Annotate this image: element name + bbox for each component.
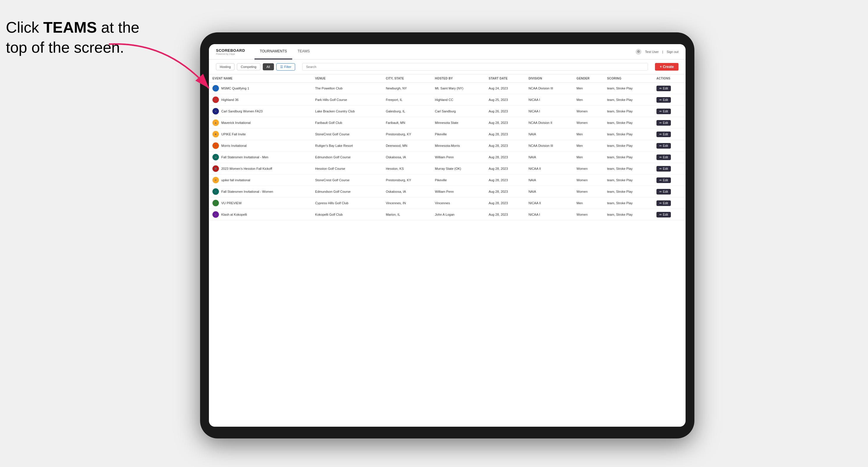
city-state-cell: Newburgh, NY (382, 83, 431, 94)
event-name: UPIKE Fall Invite (221, 132, 246, 136)
edit-icon: ✏ (659, 156, 662, 159)
team-logo: ★ (212, 85, 219, 92)
edit-button[interactable]: ✏ Edit (656, 212, 671, 217)
hosting-button[interactable]: Hosting (216, 63, 235, 70)
division-cell: NICAA II (525, 197, 573, 209)
edit-button[interactable]: ✏ Edit (656, 189, 671, 194)
start-date-cell: Aug 28, 2023 (485, 175, 525, 186)
scoring-cell: team, Stroke Play (603, 152, 653, 163)
venue-cell: StoneCrest Golf Course (312, 129, 382, 140)
edit-button[interactable]: ✏ Edit (656, 155, 671, 160)
city-state-cell: Prestonsburg, KY (382, 175, 431, 186)
event-name: Highland 36 (221, 98, 239, 101)
sign-out-link[interactable]: Sign out (667, 50, 679, 54)
edit-button[interactable]: ✏ Edit (656, 143, 671, 149)
action-cell: ✏ Edit (653, 94, 686, 106)
division-cell: NCAA Division III (525, 140, 573, 152)
edit-icon: ✏ (659, 201, 662, 205)
tablet-frame: SCOREBOARD Powered by Clippi TOURNAMENTS… (200, 32, 694, 438)
team-logo: ■ (212, 131, 219, 137)
edit-button[interactable]: ✏ Edit (656, 166, 671, 172)
venue-cell: Faribault Golf Club (312, 117, 382, 129)
event-name-cell: ■ UPIKE Fall Invite (209, 129, 312, 140)
scoring-cell: team, Stroke Play (603, 197, 653, 209)
event-name: Morris Invitational (221, 144, 247, 148)
edit-button[interactable]: ✏ Edit (656, 131, 671, 137)
city-state-cell: Marion, IL (382, 209, 431, 220)
action-cell: ✏ Edit (653, 117, 686, 129)
edit-icon: ✏ (659, 167, 662, 170)
scoring-cell: team, Stroke Play (603, 106, 653, 117)
nav-teams[interactable]: TEAMS (292, 44, 315, 59)
nav-tournaments[interactable]: TOURNAMENTS (254, 44, 292, 59)
event-name: Fall Statesmen Invitational - Women (221, 190, 273, 193)
edit-button[interactable]: ✏ Edit (656, 86, 671, 91)
edit-button[interactable]: ✏ Edit (656, 200, 671, 206)
edit-button[interactable]: ✏ Edit (656, 178, 671, 183)
table-row: ⊕ upike fall invitational StoneCrest Gol… (209, 175, 686, 186)
event-name-cell: ♦ Highland 36 (209, 94, 312, 106)
gender-cell: Women (573, 163, 603, 175)
hosted-by-cell: Highland CC (431, 94, 485, 106)
edit-button[interactable]: ✏ Edit (656, 97, 671, 103)
event-name-cell: ⬟ 2023 Women's Hesston Fall Kickoff (209, 163, 312, 175)
venue-cell: Kokopelli Golf Club (312, 209, 382, 220)
start-date-cell: Aug 26, 2023 (485, 106, 525, 117)
city-state-cell: Deerwood, MN (382, 140, 431, 152)
edit-icon: ✏ (659, 98, 662, 101)
hosted-by-cell: Minnesota State (431, 117, 485, 129)
venue-cell: Ruttger's Bay Lake Resort (312, 140, 382, 152)
event-name-cell: ◆ Fall Statesmen Invitational - Men (209, 152, 312, 163)
gender-cell: Men (573, 94, 603, 106)
division-cell: NICAA I (525, 209, 573, 220)
edit-icon: ✏ (659, 133, 662, 136)
table-row: ♦ Highland 36 Park Hills Golf CourseFree… (209, 94, 686, 106)
edit-button[interactable]: ✏ Edit (656, 108, 671, 114)
city-state-cell: Freeport, IL (382, 94, 431, 106)
team-logo: ⊕ (212, 177, 219, 183)
action-cell: ✏ Edit (653, 209, 686, 220)
search-input[interactable] (302, 63, 648, 71)
edit-label: Edit (663, 87, 668, 90)
division-cell: NAIA (525, 186, 573, 197)
event-name-cell: ✦ Morris Invitational (209, 140, 312, 152)
start-date-cell: Aug 24, 2023 (485, 83, 525, 94)
nav-links: TOURNAMENTS TEAMS (254, 44, 636, 59)
edit-label: Edit (663, 213, 668, 216)
gender-cell: Men (573, 129, 603, 140)
edit-label: Edit (663, 133, 668, 136)
brand: SCOREBOARD Powered by Clippi (216, 48, 245, 55)
settings-icon[interactable]: ⚙ (636, 49, 642, 55)
nav-separator: | (662, 50, 663, 54)
nav-bar: SCOREBOARD Powered by Clippi TOURNAMENTS… (209, 44, 686, 59)
team-logo: ✦ (212, 143, 219, 149)
city-state-cell: Oskaloosa, IA (382, 186, 431, 197)
start-date-cell: Aug 28, 2023 (485, 140, 525, 152)
team-logo: ▲ (212, 120, 219, 126)
edit-icon: ✏ (659, 190, 662, 193)
venue-cell: Edmundson Golf Course (312, 186, 382, 197)
city-state-cell: Vincennes, IN (382, 197, 431, 209)
division-cell: NAIA (525, 152, 573, 163)
gender-cell: Women (573, 117, 603, 129)
venue-cell: Park Hills Golf Course (312, 94, 382, 106)
start-date-cell: Aug 28, 2023 (485, 152, 525, 163)
gender-cell: Women (573, 106, 603, 117)
table-row: ▲ Maverick Invitational Faribault Golf C… (209, 117, 686, 129)
hosted-by-cell: Pikeville (431, 129, 485, 140)
start-date-cell: Aug 28, 2023 (485, 197, 525, 209)
create-button[interactable]: + Create (655, 63, 679, 71)
event-name-cell: ▲ Maverick Invitational (209, 117, 312, 129)
hosted-by-cell: William Penn (431, 186, 485, 197)
edit-button[interactable]: ✏ Edit (656, 120, 671, 126)
venue-cell: Hesston Golf Course (312, 163, 382, 175)
filter-button[interactable]: ☰ Filter (276, 63, 295, 71)
hosted-by-cell: Murray State (OK) (431, 163, 485, 175)
start-date-cell: Aug 25, 2023 (485, 94, 525, 106)
all-button[interactable]: All (263, 63, 274, 70)
search-wrapper (302, 63, 648, 71)
toolbar: Hosting Competing All ☰ Filter + Create (209, 59, 686, 74)
hosted-by-cell: Vincennes (431, 197, 485, 209)
competing-button[interactable]: Competing (237, 63, 260, 70)
event-name-cell: ☆ VU PREVIEW (209, 197, 312, 209)
